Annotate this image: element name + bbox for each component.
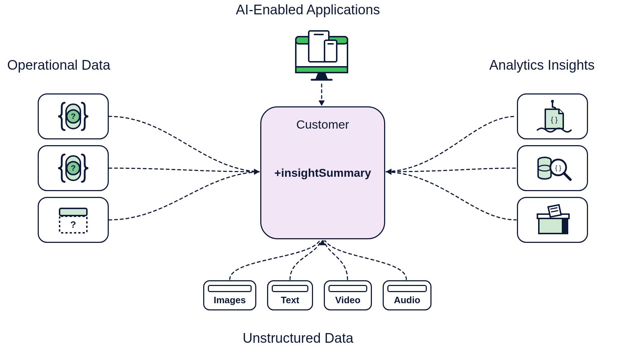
center-title: Customer bbox=[261, 117, 384, 131]
heading-bottom: Unstructured Data bbox=[243, 331, 353, 346]
analytics-box-3 bbox=[517, 197, 588, 243]
svg-text:{ }: { } bbox=[551, 116, 558, 124]
center-customer-card: Customer +insightSummary bbox=[260, 106, 385, 239]
heading-right: Analytics Insights bbox=[489, 57, 595, 73]
op-data-box-2: ? bbox=[38, 145, 109, 191]
unstructured-label: Audio bbox=[394, 295, 420, 306]
fishing-json-icon: { } bbox=[531, 98, 574, 134]
app-stack-icon bbox=[293, 29, 350, 83]
analytics-box-1: { } bbox=[517, 93, 588, 139]
op-data-box-1: ? bbox=[38, 93, 109, 139]
unstructured-label: Images bbox=[214, 295, 246, 306]
magnifier-db-icon: { } bbox=[531, 150, 574, 186]
svg-line-23 bbox=[564, 173, 570, 180]
svg-text:{ }: { } bbox=[555, 164, 561, 171]
json-query-icon: ? bbox=[52, 98, 95, 134]
unstructured-box-video: Video bbox=[324, 280, 372, 310]
unstructured-box-text: Text bbox=[267, 280, 313, 310]
center-main-label: +insightSummary bbox=[261, 166, 384, 180]
archive-box-icon bbox=[531, 202, 574, 238]
svg-rect-2 bbox=[296, 67, 347, 73]
window-query-icon: ? bbox=[52, 202, 95, 238]
json-query-icon: ? bbox=[52, 150, 95, 186]
heading-left: Operational Data bbox=[7, 57, 110, 73]
op-data-box-3: ? bbox=[38, 197, 109, 243]
unstructured-label: Video bbox=[335, 295, 360, 306]
svg-text:?: ? bbox=[70, 219, 76, 230]
svg-text:?: ? bbox=[71, 112, 75, 121]
unstructured-box-images: Images bbox=[203, 280, 256, 310]
heading-top: AI-Enabled Applications bbox=[236, 2, 380, 18]
analytics-box-2: { } bbox=[517, 145, 588, 191]
unstructured-box-audio: Audio bbox=[383, 280, 431, 310]
svg-rect-14 bbox=[60, 208, 87, 216]
unstructured-label: Text bbox=[281, 295, 299, 306]
svg-text:?: ? bbox=[71, 163, 75, 172]
svg-point-17 bbox=[551, 100, 554, 103]
